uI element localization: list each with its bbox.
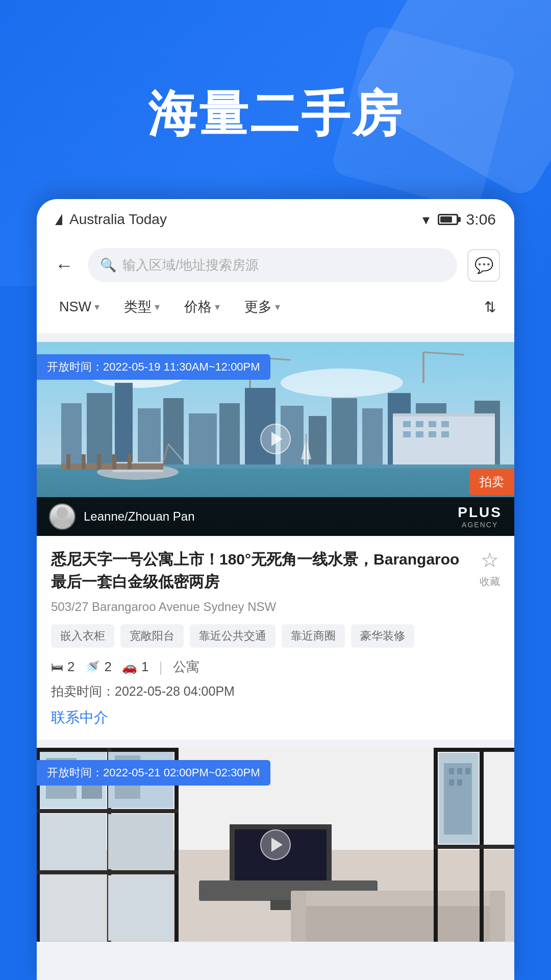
chat-icon: 💬 [474,256,493,274]
wifi-icon: ▾ [422,211,430,228]
listing-image-wrap-1: 开放时间：2022-05-19 11:30AM~12:00PM 拍卖 [37,342,514,536]
video-play-2[interactable] [260,829,291,860]
filter-price-label: 价格 [184,298,212,316]
tag-shopping: 靠近商圈 [282,624,345,648]
svg-rect-47 [441,431,449,437]
svg-rect-7 [138,408,161,464]
svg-rect-35 [97,454,101,470]
svg-rect-42 [429,421,436,427]
svg-rect-57 [37,809,179,813]
status-right: ▾ 3:06 [422,211,496,228]
agent-info-1: Leanne/Zhouan Pan [49,503,195,530]
back-button[interactable]: ← [51,251,78,280]
svg-rect-40 [403,421,411,427]
beds-count-1: 2 [67,659,74,675]
agent-bar-1: Leanne/Zhouan Pan PLUS AGENCY [37,497,514,536]
filter-more-arrow: ▾ [275,301,280,313]
svg-rect-37 [128,454,132,470]
parking-count-1: 1 [141,659,148,675]
svg-rect-79 [434,845,514,849]
chat-button[interactable]: 💬 [467,249,500,282]
auction-time-1: 拍卖时间：2022-05-28 04:00PM [51,683,500,700]
status-time: 3:06 [466,211,496,228]
svg-point-3 [281,369,403,397]
sort-icon: ⇅ [484,299,496,315]
favorite-label-1: 收藏 [480,575,500,589]
signal-icon [55,214,62,225]
spec-beds-1: 🛏 2 [51,659,74,675]
svg-rect-39 [393,413,495,416]
filter-type-arrow: ▾ [155,301,160,313]
filter-more-label: 更多 [244,298,272,316]
listing-address-1: 503/27 Barangaroo Avenue Sydney NSW [51,600,500,614]
property-type-1: 公寓 [173,658,199,676]
tag-balcony: 宽敞阳台 [120,624,184,648]
app-name: Australia Today [69,211,167,228]
svg-rect-14 [332,398,357,464]
contact-link-1[interactable]: 联系中介 [51,708,500,727]
svg-rect-4 [61,403,82,464]
star-icon-1: ☆ [481,548,499,572]
svg-rect-83 [457,768,462,774]
svg-point-49 [54,520,70,530]
svg-rect-78 [434,748,514,752]
svg-rect-41 [416,421,423,427]
status-left: Australia Today [55,211,167,228]
filter-more[interactable]: 更多 ▾ [232,292,292,321]
filter-region-label: NSW [59,299,91,315]
hero-title: 海量二手房 [0,82,551,148]
svg-rect-10 [219,403,240,464]
svg-rect-45 [416,431,423,437]
agent-face-1 [50,504,74,529]
phone-card: Australia Today ▾ 3:06 ← 🔍 输入区域/地址搜索房源 💬… [37,199,514,980]
svg-rect-36 [112,454,116,470]
svg-rect-44 [403,431,411,437]
listing-card-1: 开放时间：2022-05-19 11:30AM~12:00PM 拍卖 [37,342,514,740]
specs-row-1: 🛏 2 🚿 2 🚗 1 | 公寓 [51,658,500,676]
filter-row: NSW ▾ 类型 ▾ 价格 ▾ 更多 ▾ ⇅ [37,292,514,334]
svg-rect-62 [108,814,173,869]
listing-info-1: 悉尼天字一号公寓上市！180°无死角一线水景，Barangaroo最后一套白金级… [37,536,514,740]
sort-button[interactable]: ⇅ [476,293,504,321]
car-icon-1: 🚗 [122,660,137,674]
svg-rect-85 [449,779,454,786]
agency-logo-1: PLUS [458,504,502,521]
svg-rect-64 [108,875,173,941]
open-time-badge-2: 开放时间：2022-05-21 02:00PM~02:30PM [37,760,270,786]
agency-sub-1: AGENCY [458,521,502,529]
svg-rect-63 [40,875,106,941]
tags-row-1: 嵌入衣柜 宽敞阳台 靠近公共交通 靠近商圈 豪华装修 [51,624,500,648]
battery-icon [438,214,458,225]
svg-rect-74 [291,891,306,942]
filter-region[interactable]: NSW ▾ [47,294,112,320]
svg-rect-43 [441,421,449,427]
svg-rect-13 [309,416,327,464]
auction-badge-1: 拍卖 [469,469,514,495]
filter-region-arrow: ▾ [94,301,99,313]
filter-type-label: 类型 [124,298,152,316]
svg-rect-8 [163,398,184,464]
listing-title-row-1: 悉尼天字一号公寓上市！180°无死角一线水景，Barangaroo最后一套白金级… [51,548,500,593]
filter-price[interactable]: 价格 ▾ [172,292,232,321]
svg-rect-15 [362,408,383,464]
filter-type[interactable]: 类型 ▾ [112,292,172,321]
play-icon-1 [271,432,283,446]
video-play-1[interactable] [260,424,291,454]
search-row: ← 🔍 输入区域/地址搜索房源 💬 [37,240,514,292]
svg-rect-86 [457,779,462,786]
bath-icon-1: 🚿 [85,660,100,674]
play-icon-2 [271,838,283,852]
baths-count-1: 2 [104,659,111,675]
listing-image-wrap-2: 开放时间：2022-05-21 02:00PM~02:30PM [37,748,514,942]
search-input-wrap[interactable]: 🔍 输入区域/地址搜索房源 [88,248,457,282]
tag-transport: 靠近公共交通 [190,624,276,648]
spec-parking-1: 🚗 1 [122,659,148,675]
svg-rect-9 [189,413,217,464]
agency-logo-wrap-1: PLUS AGENCY [458,504,502,529]
open-time-badge-1: 开放时间：2022-05-19 11:30AM~12:00PM [37,354,270,380]
tag-wardrobe: 嵌入衣柜 [51,624,114,648]
svg-rect-73 [291,891,505,906]
listing-card-2: 开放时间：2022-05-21 02:00PM~02:30PM [37,748,514,942]
favorite-button-1[interactable]: ☆ 收藏 [480,548,500,589]
spec-divider-1: | [159,659,162,675]
